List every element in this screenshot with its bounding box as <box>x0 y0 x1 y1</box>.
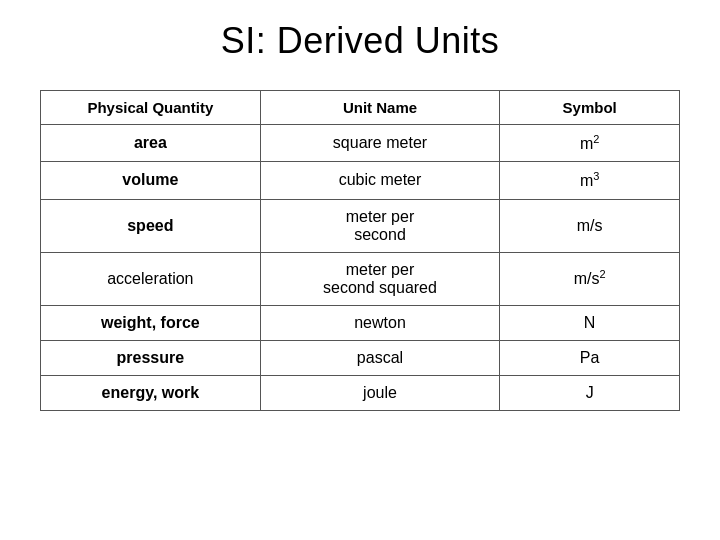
table-row: areasquare meterm2 <box>41 125 680 162</box>
table-row: accelerationmeter persecond squaredm/s2 <box>41 252 680 305</box>
header-physical: Physical Quantity <box>41 91 261 125</box>
cell-physical: weight, force <box>41 305 261 340</box>
cell-symbol: m2 <box>500 125 680 162</box>
cell-symbol: m3 <box>500 162 680 199</box>
page-title: SI: Derived Units <box>221 20 500 62</box>
cell-physical: pressure <box>41 340 261 375</box>
cell-unit: square meter <box>260 125 500 162</box>
cell-unit: pascal <box>260 340 500 375</box>
cell-symbol: Pa <box>500 340 680 375</box>
derived-units-table: Physical Quantity Unit Name Symbol areas… <box>40 90 680 411</box>
cell-symbol: N <box>500 305 680 340</box>
cell-symbol: J <box>500 375 680 410</box>
cell-symbol: m/s <box>500 199 680 252</box>
cell-unit: meter persecond squared <box>260 252 500 305</box>
cell-physical: acceleration <box>41 252 261 305</box>
cell-physical: speed <box>41 199 261 252</box>
cell-physical: volume <box>41 162 261 199</box>
cell-physical: area <box>41 125 261 162</box>
cell-symbol: m/s2 <box>500 252 680 305</box>
cell-unit: meter persecond <box>260 199 500 252</box>
table-row: speedmeter persecondm/s <box>41 199 680 252</box>
cell-unit: newton <box>260 305 500 340</box>
table-row: weight, forcenewtonN <box>41 305 680 340</box>
table-row: pressurepascalPa <box>41 340 680 375</box>
cell-unit: cubic meter <box>260 162 500 199</box>
table-row: volumecubic meterm3 <box>41 162 680 199</box>
cell-physical: energy, work <box>41 375 261 410</box>
header-unit: Unit Name <box>260 91 500 125</box>
header-symbol: Symbol <box>500 91 680 125</box>
table-row: energy, workjouleJ <box>41 375 680 410</box>
cell-unit: joule <box>260 375 500 410</box>
